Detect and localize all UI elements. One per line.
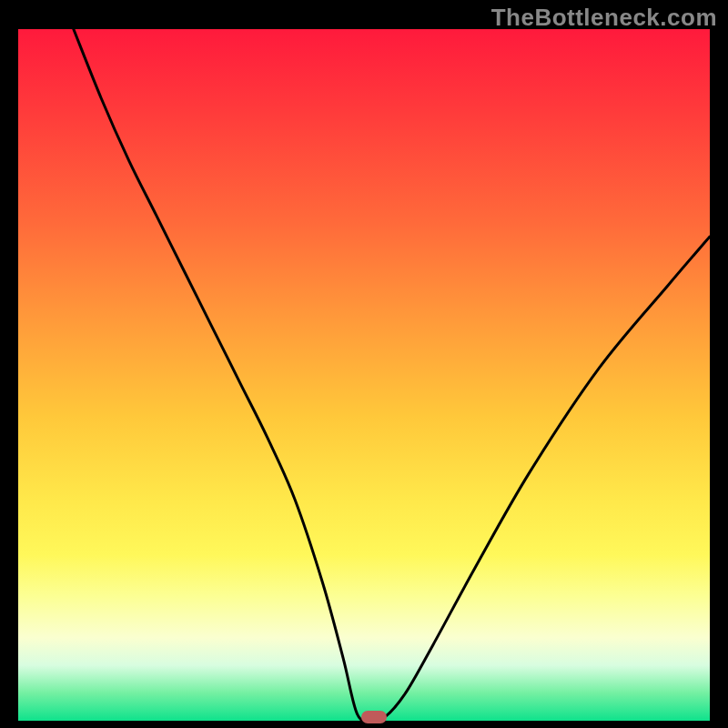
bottleneck-curve xyxy=(74,29,710,721)
optimum-marker xyxy=(361,711,387,723)
chart-frame: TheBottleneck.com xyxy=(0,0,728,728)
curve-svg xyxy=(18,29,710,721)
watermark-text: TheBottleneck.com xyxy=(491,4,717,32)
plot-area xyxy=(18,29,710,721)
